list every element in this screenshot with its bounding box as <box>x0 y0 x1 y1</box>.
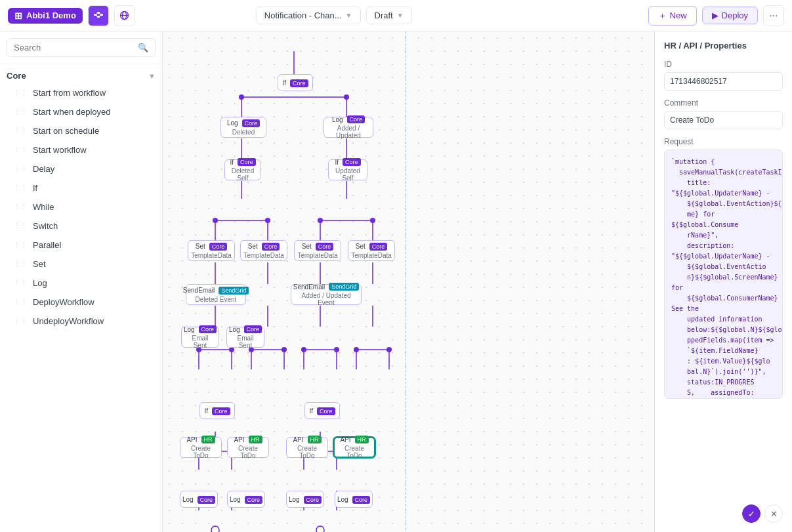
node-api-create-todo-1[interactable]: API HR Create ToDo <box>180 437 222 458</box>
panel-title: HR / API / Properties <box>664 41 783 51</box>
sidebar-item-deploy-workflow[interactable]: ⋮⋮ DeployWorkflow <box>7 293 156 312</box>
svg-point-71 <box>334 347 339 352</box>
play-icon: ▶ <box>712 10 719 20</box>
svg-rect-0 <box>94 14 96 16</box>
sidebar: 🔍 Core ▼ ⋮⋮ Start from workflow ⋮⋮ Start… <box>0 31 163 532</box>
node-sendemail-deleted[interactable]: SendEmail SendGrid Deleted Event <box>186 284 246 305</box>
node-if-lower-left[interactable]: If Core <box>199 402 235 419</box>
sidebar-item-switch[interactable]: ⋮⋮ Switch <box>7 216 156 235</box>
node-log-lower-2[interactable]: Log Core <box>227 491 265 508</box>
svg-rect-2 <box>97 16 100 18</box>
confirm-button[interactable]: ✓ <box>742 504 761 523</box>
sidebar-item-delay[interactable]: ⋮⋮ Delay <box>7 159 156 178</box>
app-name: Abbi1 Demo <box>26 10 76 20</box>
id-input[interactable] <box>664 72 783 91</box>
section-label: Core <box>7 71 26 81</box>
svg-rect-3 <box>100 14 103 16</box>
search-input-wrap[interactable]: 🔍 <box>7 38 156 57</box>
node-log-email-sent-1[interactable]: Log Core Email Sent <box>181 327 219 348</box>
close-button[interactable]: ✕ <box>764 504 783 523</box>
sidebar-item-log[interactable]: ⋮⋮ Log <box>7 274 156 293</box>
sidebar-item-start-from-workflow[interactable]: ⋮⋮ Start from workflow <box>7 83 156 102</box>
sidebar-item-label: Log <box>33 278 47 288</box>
status-label: Draft <box>375 10 393 20</box>
sidebar-item-label: Parallel <box>33 240 61 250</box>
node-log-lower-4[interactable]: Log Core <box>335 491 373 508</box>
status-dropdown[interactable]: Draft ▼ <box>366 7 412 24</box>
search-container: 🔍 <box>0 31 162 64</box>
sidebar-item-while[interactable]: ⋮⋮ While <box>7 197 156 216</box>
app-logo[interactable]: ⊞ Abbi1 Demo <box>8 8 83 24</box>
search-input[interactable] <box>14 43 134 52</box>
node-api-create-todo-3[interactable]: API HR Create ToDo <box>286 437 328 458</box>
drag-icon: ⋮⋮ <box>13 298 28 306</box>
deploy-label: Deploy <box>722 10 748 20</box>
sidebar-item-label: Start from workflow <box>33 88 106 98</box>
node-log-lower-1[interactable]: Log Core <box>180 491 218 508</box>
svg-point-58 <box>211 526 219 532</box>
sidebar-item-parallel[interactable]: ⋮⋮ Parallel <box>7 235 156 255</box>
sidebar-item-start-workflow[interactable]: ⋮⋮ Start workflow <box>7 140 156 159</box>
node-set-template-3[interactable]: Set Core TemplateData <box>294 240 341 261</box>
close-icon: ✕ <box>770 509 778 519</box>
node-log-email-sent-2[interactable]: Log Core Email Sent <box>226 327 264 348</box>
node-api-create-todo-4-selected[interactable]: API HR Create ToDo <box>333 437 375 458</box>
sidebar-item-label: Delay <box>33 164 54 174</box>
topbar: ⊞ Abbi1 Demo Notification - Chan... ▼ Dr… <box>0 0 792 31</box>
node-set-template-1[interactable]: Set Core TemplateData <box>188 240 235 261</box>
svg-point-60 <box>239 94 244 100</box>
sidebar-item-if[interactable]: ⋮⋮ If <box>7 178 156 197</box>
svg-line-5 <box>96 14 97 16</box>
sidebar-item-label: Start workflow <box>33 145 87 155</box>
svg-point-63 <box>265 218 270 223</box>
panel-actions: ✓ ✕ <box>742 504 783 523</box>
sidebar-item-set[interactable]: ⋮⋮ Set <box>7 255 156 274</box>
checkmark-icon: ✓ <box>748 509 755 519</box>
section-header-core[interactable]: Core ▼ <box>7 71 156 81</box>
node-if-updated-self[interactable]: If Core Updated Self <box>328 159 367 180</box>
canvas-area[interactable]: If Core Log Core Deleted Log Core Added … <box>163 31 654 532</box>
new-button[interactable]: ＋ New <box>648 6 697 26</box>
node-log-deleted[interactable]: Log Core Deleted <box>220 117 266 138</box>
sidebar-item-label: If <box>33 183 37 193</box>
svg-point-73 <box>386 347 392 352</box>
drag-icon: ⋮⋮ <box>13 127 28 135</box>
diagram-icon-btn[interactable] <box>88 5 109 26</box>
drag-icon: ⋮⋮ <box>13 165 28 173</box>
sidebar-item-start-when-deployed[interactable]: ⋮⋮ Start when deployed <box>7 102 156 121</box>
node-set-template-4[interactable]: Set Core TemplateData <box>348 240 395 261</box>
chevron-down-icon: ▼ <box>397 12 404 19</box>
comment-input[interactable] <box>664 111 783 129</box>
workflow-name-dropdown[interactable]: Notification - Chan... ▼ <box>256 7 361 24</box>
drag-icon: ⋮⋮ <box>13 184 28 192</box>
node-api-create-todo-2[interactable]: API HR Create ToDo <box>227 437 269 458</box>
search-icon: 🔍 <box>138 43 148 52</box>
svg-point-70 <box>301 347 306 352</box>
svg-point-72 <box>354 347 359 352</box>
node-sendemail-added[interactable]: SendEmail SendGrid Added / Updated Event <box>291 284 362 305</box>
ellipsis-icon: ··· <box>769 10 778 22</box>
drag-icon: ⋮⋮ <box>13 108 28 116</box>
svg-point-69 <box>281 347 287 352</box>
svg-line-6 <box>100 12 100 14</box>
sidebar-item-undeploy-workflow[interactable]: ⋮⋮ UndeployWorkflow <box>7 312 156 331</box>
node-if-lower-right[interactable]: If Core <box>304 402 340 419</box>
sidebar-item-label: DeployWorkflow <box>33 297 94 307</box>
sidebar-section-core: Core ▼ ⋮⋮ Start from workflow ⋮⋮ Start w… <box>0 64 162 333</box>
topbar-center: Notification - Chan... ▼ Draft ▼ <box>256 7 412 24</box>
deploy-button[interactable]: ▶ Deploy <box>702 7 758 24</box>
svg-line-4 <box>96 12 97 14</box>
node-if-deleted-self[interactable]: If Core Deleted Self <box>224 159 261 180</box>
more-button[interactable]: ··· <box>763 5 784 26</box>
globe-icon-btn[interactable] <box>114 5 135 26</box>
request-textarea[interactable]: `mutation { saveManualTask(createTaskInp… <box>664 150 783 399</box>
drag-icon: ⋮⋮ <box>13 260 28 268</box>
workflow-name: Notification - Chan... <box>264 10 342 20</box>
id-label: ID <box>664 60 783 69</box>
sidebar-item-start-on-schedule[interactable]: ⋮⋮ Start on schedule <box>7 121 156 140</box>
node-set-template-2[interactable]: Set Core TemplateData <box>240 240 287 261</box>
node-if-top[interactable]: If Core <box>278 74 313 91</box>
node-log-added-updated[interactable]: Log Core Added / Updated <box>323 117 373 138</box>
node-log-lower-3[interactable]: Log Core <box>286 491 324 508</box>
svg-rect-1 <box>97 12 100 14</box>
